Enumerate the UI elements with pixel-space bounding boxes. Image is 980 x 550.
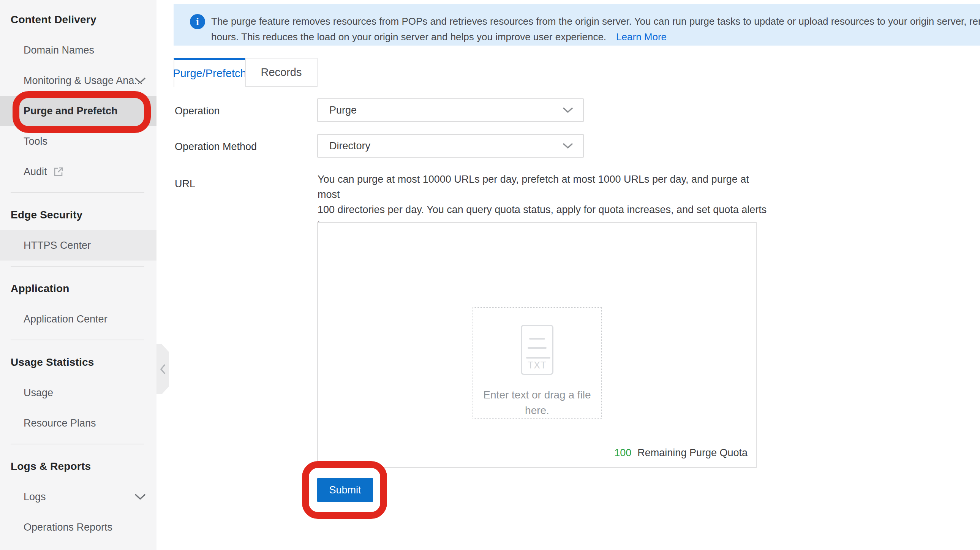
- file-icon-line: [526, 357, 550, 359]
- sidebar-group-header-edge-security: Edge Security: [0, 200, 156, 230]
- chevron-down-icon: [134, 491, 146, 503]
- file-icon-line: [528, 347, 547, 349]
- sidebar-item-audit[interactable]: Audit: [0, 156, 156, 187]
- quota-value: 100: [614, 447, 631, 458]
- operation-select[interactable]: Purge: [317, 99, 584, 122]
- sidebar-group-header-logs-reports: Logs & Reports: [0, 451, 156, 482]
- banner-text-line2: hours. This reduces the load on your ori…: [211, 31, 667, 43]
- banner-learn-more-link[interactable]: Learn More: [616, 31, 667, 43]
- sidebar-divider: [11, 192, 144, 193]
- sidebar-item-application-center[interactable]: Application Center: [0, 304, 156, 334]
- operation-label: Operation: [175, 105, 220, 117]
- sidebar-item-label: Application Center: [24, 313, 108, 325]
- sidebar-item-label: Monitoring & Usage Ana...: [24, 75, 143, 87]
- sidebar-item-label: Resource Plans: [24, 417, 96, 429]
- sidebar-item-purge-and-prefetch[interactable]: Purge and Prefetch: [0, 96, 156, 126]
- file-icon-ext-label: TXT: [522, 360, 552, 371]
- submit-button[interactable]: Submit: [317, 478, 373, 502]
- operation-select-value: Purge: [329, 105, 357, 116]
- sidebar-item-label: Logs: [24, 491, 46, 503]
- sidebar-item-label: Domain Names: [24, 45, 94, 56]
- file-icon-line: [529, 338, 545, 340]
- dropzone-hint-text: Enter text or drag a file here.: [478, 387, 596, 418]
- info-banner: i The purge feature removes resources fr…: [173, 4, 980, 46]
- main-content: i The purge feature removes resources fr…: [156, 0, 980, 550]
- url-help-line1: You can purge at most 10000 URLs per day…: [318, 172, 770, 202]
- sidebar-divider: [11, 266, 144, 267]
- sidebar-item-label: Usage: [24, 387, 53, 399]
- sidebar-item-label: Operations Reports: [24, 521, 113, 533]
- sidebar-group-header-application: Application: [0, 273, 156, 304]
- sidebar-nav: Content DeliveryDomain NamesMonitoring &…: [0, 0, 156, 550]
- url-label: URL: [175, 178, 195, 190]
- sidebar-item-https-center[interactable]: HTTPS Center: [0, 230, 156, 261]
- chevron-down-icon: [563, 143, 573, 149]
- sidebar-item-label: Audit: [24, 166, 47, 178]
- tab-records[interactable]: Records: [245, 58, 318, 87]
- operation-method-label: Operation Method: [175, 141, 257, 153]
- txt-file-icon: TXT: [521, 325, 554, 375]
- banner-text: hours. This reduces the load on your ori…: [211, 31, 606, 43]
- sidebar-item-monitoring-usage-ana[interactable]: Monitoring & Usage Ana...: [0, 65, 156, 96]
- sidebar-item-logs[interactable]: Logs: [0, 482, 156, 512]
- banner-text-line1: The purge feature removes resources from…: [211, 16, 980, 27]
- quota-label: Remaining Purge Quota: [637, 447, 748, 458]
- sidebar-group-header-content-delivery: Content Delivery: [0, 5, 156, 35]
- sidebar-item-resource-plans[interactable]: Resource Plans: [0, 408, 156, 438]
- chevron-down-icon: [563, 107, 573, 113]
- info-icon: i: [190, 14, 205, 29]
- sidebar-item-label: HTTPS Center: [24, 240, 91, 251]
- external-link-icon: [53, 166, 64, 177]
- remaining-quota: 100Remaining Purge Quota: [614, 447, 748, 459]
- operation-method-select[interactable]: Directory: [317, 134, 584, 157]
- chevron-down-icon: [134, 75, 146, 87]
- file-dropzone[interactable]: TXT Enter text or drag a file here.: [473, 307, 602, 418]
- sidebar-item-usage[interactable]: Usage: [0, 378, 156, 408]
- purge-prefetch-page: Content DeliveryDomain NamesMonitoring &…: [0, 0, 980, 550]
- sidebar-item-operations-reports[interactable]: Operations Reports: [0, 512, 156, 542]
- sidebar-item-tools[interactable]: Tools: [0, 126, 156, 156]
- sidebar-divider: [11, 443, 144, 444]
- sidebar-divider: [11, 340, 144, 340]
- sidebar-collapse-handle[interactable]: [156, 344, 169, 394]
- sidebar-group-header-usage-statistics: Usage Statistics: [0, 347, 156, 378]
- url-textarea[interactable]: TXT Enter text or drag a file here. 100R…: [317, 222, 757, 468]
- sidebar-item-label: Tools: [24, 136, 48, 147]
- tab-bar: Purge/Prefetch Records: [173, 58, 318, 87]
- operation-method-select-value: Directory: [329, 140, 370, 152]
- chevron-left-icon: [160, 364, 166, 375]
- sidebar-item-domain-names[interactable]: Domain Names: [0, 35, 156, 65]
- tab-purge-prefetch[interactable]: Purge/Prefetch: [173, 58, 246, 87]
- sidebar-item-label: Purge and Prefetch: [24, 105, 118, 117]
